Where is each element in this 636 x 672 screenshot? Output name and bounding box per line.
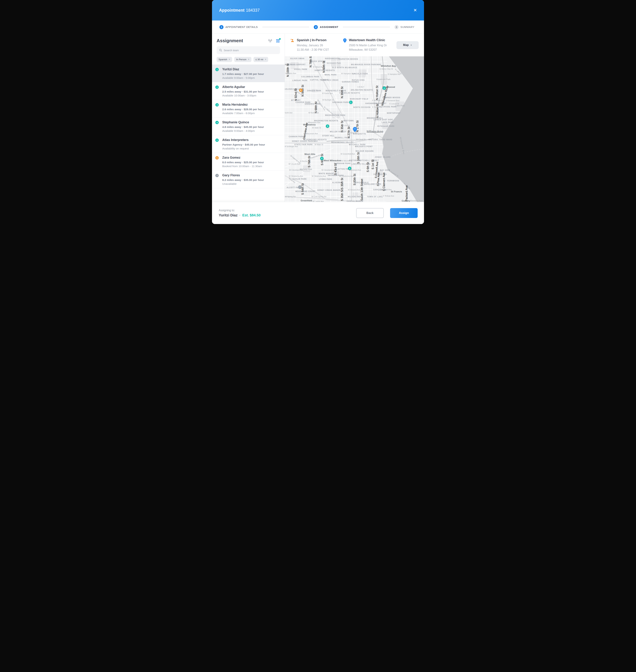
list-item-stephanie-quince[interactable]: 4Stephanie Quince4.8 miles away · $45.00…: [212, 117, 285, 135]
location-name: Watertown Health Clinic: [349, 38, 387, 42]
rank-badge: 2: [215, 85, 219, 89]
map-marker-3[interactable]: 3: [326, 124, 329, 128]
rank-badge: 1: [215, 68, 219, 71]
stepper-step-number: 1: [219, 25, 223, 29]
assign-button[interactable]: Assign: [390, 208, 418, 218]
location-block: Watertown Health Clinic 2500 N Martin Lu…: [343, 38, 387, 52]
interpreter-availability: Booked from 10:00am - 11:30am: [222, 165, 281, 168]
filter-chip-spanish[interactable]: Spanish✕: [217, 57, 232, 62]
stepper-step-appointment-details[interactable]: 1APPOINTMENT DETAILS: [219, 25, 258, 29]
interpreter-distance-rate: 1.7 miles away · $27.00 per hour: [222, 73, 281, 76]
assigning-summary: Assigning to: Yuritzi Diaz · Est. $84.50: [219, 209, 261, 217]
rank-badge: 7: [215, 174, 219, 177]
search-box[interactable]: [217, 46, 280, 54]
rank-badge: 4: [215, 121, 219, 124]
stepper-step-summary[interactable]: 3SUMMARY: [395, 25, 415, 29]
location-pin-icon: [343, 38, 346, 43]
destination-pin-icon[interactable]: [353, 127, 357, 133]
list-item-zara-gomez[interactable]: 6Zara Gomez8.0 miles away · $25.00 per h…: [212, 153, 285, 171]
close-icon[interactable]: ✕: [413, 8, 417, 12]
back-button[interactable]: Back: [356, 208, 384, 218]
interpreter-availability: Available 9:00am - 5:00pm: [222, 76, 281, 79]
list-item-gary-flores[interactable]: 7Gary Flores8.2 miles away · $35.00 per …: [212, 171, 285, 188]
filter-sliders-icon[interactable]: [276, 39, 280, 43]
rank-badge: 3: [215, 103, 219, 106]
interpreter-distance-rate: 8.0 miles away · $25.00 per hour: [222, 161, 281, 164]
person-plus-icon: [290, 38, 295, 43]
stepper-step-label: APPOINTMENT DETAILS: [225, 26, 258, 28]
appointment-time: 11:30 AM - 2:30 PM CST: [297, 47, 329, 52]
search-input[interactable]: [224, 49, 278, 52]
filter-chip-label: Spanish: [219, 58, 227, 61]
broadcast-icon[interactable]: [268, 39, 272, 43]
assigning-label: Assigning to:: [219, 209, 261, 212]
interpreter-name: Yuritzi Diaz: [222, 67, 281, 71]
map-view-label: Map: [403, 43, 409, 47]
chevron-down-icon: ▼: [411, 44, 412, 46]
map-marker-4[interactable]: 4: [320, 157, 323, 160]
filter-active-dot: [279, 38, 281, 40]
appointment-date: Monday, January 26: [297, 43, 329, 47]
stepper-step-label: SUMMARY: [400, 26, 415, 28]
remove-filter-icon[interactable]: ✕: [248, 58, 250, 61]
rank-badge: 5: [215, 138, 219, 142]
assignee-name: Yuritzi Diaz: [219, 213, 238, 217]
assignment-panel: Assignment: [212, 34, 285, 202]
stepper-connector: [262, 27, 309, 27]
language-mode-block: Spanish | In-Person Monday, January 26 1…: [290, 38, 343, 52]
interpreter-name: Zara Gomez: [222, 156, 281, 159]
remove-filter-icon[interactable]: ✕: [228, 58, 230, 61]
interpreter-distance-rate: 8.2 miles away · $35.00 per hour: [222, 178, 281, 182]
interpreter-distance-rate: 2.5 miles away · $31.00 per hour: [222, 90, 281, 93]
page-title: Appointment184337: [219, 8, 260, 13]
interpreter-availability: Unavailable: [222, 182, 281, 185]
list-item-yuritzi-diaz[interactable]: 1Yuritzi Diaz1.7 miles away · $27.00 per…: [212, 64, 285, 82]
search-icon: [219, 48, 222, 52]
map-canvas[interactable]: SILVER SWANSILVER SPRINGHAVENWOODSTHURST…: [285, 56, 424, 202]
stepper-step-assignment[interactable]: 2ASSIGNMENT: [314, 25, 338, 29]
interpreter-availability: Available 7:00am - 6:00pm: [222, 112, 281, 115]
map-marker-5[interactable]: 5: [348, 167, 351, 170]
map-marker-6[interactable]: 6: [299, 88, 302, 92]
estimated-cost: Est. $84.50: [242, 213, 260, 217]
list-item-maria-hern-ndez[interactable]: 3Maria Hernández2.6 miles away · $28.00 …: [212, 100, 285, 117]
filter-chip-in-person[interactable]: In Person✕: [234, 57, 252, 62]
location-address-2: Milwaukee, WI 53207: [349, 47, 387, 52]
interpreter-name: Atlas Interpreters: [222, 138, 281, 142]
stepper-step-number: 3: [395, 25, 399, 29]
appointment-modal: Appointment184337 ✕ 1APPOINTMENT DETAILS…: [212, 0, 424, 224]
interpreter-name: Gary Flores: [222, 174, 281, 177]
filter-chips: Spanish✕In Person✕≤ 30 mi✕: [217, 57, 280, 62]
appointment-info-bar: Spanish | In-Person Monday, January 26 1…: [285, 34, 424, 56]
filter-chip-label: ≤ 30 mi: [256, 58, 263, 61]
separator-dot: ·: [239, 213, 241, 217]
interpreter-name: Maria Hernández: [222, 103, 281, 106]
language-mode: Spanish | In-Person: [297, 38, 329, 42]
interpreter-availability: Available 9:00am - 4:00pm: [222, 129, 281, 133]
panel-title: Assignment: [217, 38, 243, 43]
map-marker-2[interactable]: 2: [382, 86, 386, 90]
team-list: 1Yuritzi Diaz1.7 miles away · $27.00 per…: [212, 64, 285, 202]
map-marker-1[interactable]: 1: [349, 100, 353, 104]
modal-header: Appointment184337 ✕: [212, 0, 424, 20]
appointment-id: 184337: [246, 8, 260, 13]
remove-filter-icon[interactable]: ✕: [265, 58, 266, 61]
page-title-label: Appointment: [219, 8, 244, 13]
map-view-dropdown[interactable]: Map ▼: [396, 41, 419, 49]
interpreter-name: Stephanie Quince: [222, 120, 281, 124]
list-item-atlas-interpreters[interactable]: 5Atlas InterpretersPartner Agency · $45.…: [212, 135, 285, 153]
interpreter-name: Alberto Aguilar: [222, 85, 281, 89]
stepper-step-number: 2: [314, 25, 318, 29]
map-marker-7[interactable]: 7: [298, 185, 302, 189]
interpreter-distance-rate: 4.8 miles away · $45.00 per hour: [222, 125, 281, 129]
interpreter-distance-rate: 2.6 miles away · $28.00 per hour: [222, 108, 281, 111]
filter-chip-label: In Person: [236, 58, 246, 61]
filter-chip-30-mi[interactable]: ≤ 30 mi✕: [254, 57, 268, 62]
list-item-alberto-aguilar[interactable]: 2Alberto Aguilar2.5 miles away · $31.00 …: [212, 82, 285, 100]
interpreter-availability: Availability on request: [222, 147, 281, 150]
rank-badge: 6: [215, 156, 219, 159]
stepper-step-label: ASSIGNMENT: [320, 26, 338, 28]
stepper: 1APPOINTMENT DETAILS2ASSIGNMENT3SUMMARY: [212, 20, 424, 34]
location-address-1: 2500 N Martin Luther King Dr: [349, 43, 387, 47]
interpreter-availability: Available 10:00am - 3:00pm: [222, 94, 281, 97]
